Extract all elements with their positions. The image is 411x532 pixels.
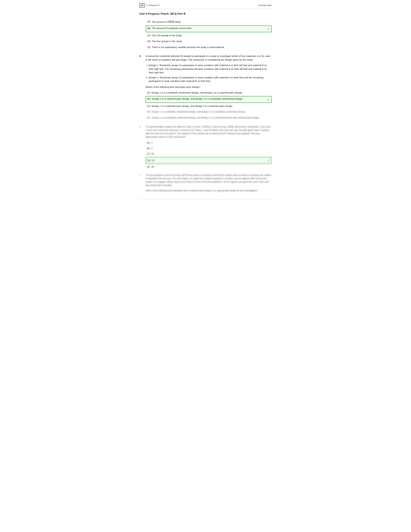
page: AP ① CollegeBoard Scoring Guide Unit 3 P… — [133, 0, 278, 211]
question7-content: The two guidances and the process MPB ha… — [146, 173, 271, 193]
choice-text-4B: The amount of computer screen time — [152, 27, 266, 30]
choice-text-5C: Design 1 is a matched pairs design, and … — [151, 104, 270, 108]
page-header: AP ① CollegeBoard Scoring Guide — [140, 3, 271, 9]
choice-letter-4E: (E) — [147, 46, 152, 49]
choice-4E[interactable]: (E) There is no explanatory variable bec… — [146, 45, 271, 50]
choice-letter-6D: (D) — [147, 159, 152, 162]
correct-checkmark-6D: ✓ — [266, 158, 270, 163]
choice-text-6D: 10 — [152, 159, 266, 162]
scoring-guide-label: Scoring Guide — [258, 4, 271, 7]
question5-number: 5. — [140, 54, 144, 121]
question6-content: To experimentally compare the effects of… — [146, 125, 271, 170]
choice-5D[interactable]: (D) Design 1 is a completely randomized … — [146, 109, 271, 114]
choice-text-5B: Design 1 is a matched pairs design, and … — [152, 97, 266, 101]
choice-text-5A: Design 1 is a completely randomized desi… — [151, 91, 270, 95]
choice-text-4A: The amount of REM sleep — [152, 20, 270, 24]
question6-number: 6. — [140, 125, 144, 169]
design-2: Design 2: Randomly assign 15 participant… — [149, 76, 271, 83]
choice-text-6E: 40 — [151, 165, 270, 169]
question6-choices: (A) 1 (B) 1 (C) 20 (D) 10 ✓ — [146, 140, 271, 169]
ap-label: AP — [140, 3, 145, 7]
choice-5A[interactable]: (A) Design 1 is a completely randomized … — [146, 90, 271, 95]
choice-letter-6C: (C) — [147, 152, 151, 156]
cb-logo: ① CollegeBoard — [146, 4, 159, 7]
choice-5B[interactable]: (B) Design 1 is a matched pairs design, … — [146, 96, 271, 103]
choice-6D[interactable]: (D) 10 ✓ — [146, 157, 271, 164]
choice-text-4C: The 100 people in the study — [152, 34, 270, 38]
choice-letter-5C: (C) — [147, 104, 151, 108]
choice-text-6C: 20 — [151, 152, 270, 156]
question7-which-of: Which of the following best describes wh… — [146, 189, 271, 192]
correct-checkmark-5B: ✓ — [266, 97, 270, 102]
choice-letter-4D: (D) — [147, 39, 152, 43]
choice-letter-4B: (B) — [148, 27, 152, 30]
question6-row: 6. To experimentally compare the effects… — [140, 125, 271, 170]
choice-6E[interactable]: (E) 40 — [146, 164, 271, 170]
choice-letter-6E: (E) — [147, 165, 151, 169]
choice-text-6A: 1 — [151, 141, 270, 145]
choice-5E[interactable]: (E) Design 1 is a completely randomized … — [146, 115, 271, 120]
choice-letter-6A: (A) — [147, 141, 151, 145]
choice-text-4D: The four groups in the study — [152, 39, 270, 43]
question5-block: 5. A researcher randomly selected 30 peo… — [140, 54, 271, 121]
choice-letter-4A: (A) — [147, 20, 152, 24]
which-of-label: Which of the following best describes ea… — [146, 85, 271, 89]
question4-choices: (A) The amount of REM sleep (B) The amou… — [146, 19, 271, 50]
choice-letter-4C: (C) — [147, 34, 152, 38]
choice-text-5E: Design 1 is a completely randomized desi… — [151, 116, 270, 119]
question7-prompt: The two guidances and the process MPB ha… — [146, 173, 271, 187]
question6-prompt: To experimentally compare the effects of… — [146, 125, 271, 139]
design-1: Design 1: Randomly assign 15 participant… — [149, 64, 271, 75]
choice-letter-5E: (E) — [147, 116, 151, 119]
ap-logo: AP ① CollegeBoard — [140, 3, 159, 7]
question7-block: 7. The two guidances and the process MPB… — [140, 173, 271, 193]
rem-text: REM — [168, 20, 174, 23]
page-title: Unit 3 Progress Check: MCQ Part B — [140, 12, 271, 16]
choice-text-5D: Design 1 is a completely randomized desi… — [151, 110, 270, 114]
question5-choices: (A) Design 1 is a completely randomized … — [146, 90, 271, 120]
choice-6B[interactable]: (B) 1 — [146, 146, 271, 151]
choice-6C[interactable]: (C) 20 — [146, 151, 271, 156]
choice-4A[interactable]: (A) The amount of REM sleep — [146, 19, 271, 25]
correct-checkmark-4B: ✓ — [266, 27, 270, 31]
choice-letter-5D: (D) — [147, 110, 151, 114]
choice-letter-6B: (B) — [147, 147, 151, 150]
question7-row: 7. The two guidances and the process MPB… — [140, 173, 271, 193]
question5-content: A researcher randomly selected 30 people… — [146, 54, 271, 121]
design-list: Design 1: Randomly assign 15 participant… — [149, 64, 271, 83]
question5-prompt: A researcher randomly selected 30 people… — [146, 54, 271, 62]
page-footer — [140, 200, 271, 201]
choice-text-6B: 1 — [151, 147, 270, 150]
choice-letter-5B: (B) — [147, 97, 152, 101]
question6-block: 6. To experimentally compare the effects… — [140, 125, 271, 170]
question4-block: (A) The amount of REM sleep (B) The amou… — [140, 19, 271, 50]
choice-letter-5A: (A) — [147, 91, 151, 95]
choice-5C[interactable]: (C) Design 1 is a matched pairs design, … — [146, 104, 271, 109]
choice-6A[interactable]: (A) 1 — [146, 140, 271, 145]
choice-text-4E: There is no explanatory variable because… — [152, 46, 270, 49]
question7-number: 7. — [140, 173, 144, 192]
choice-4B[interactable]: (B) The amount of computer screen time ✓ — [146, 26, 271, 32]
choice-4C[interactable]: (C) The 100 people in the study — [146, 33, 271, 38]
choice-4D[interactable]: (D) The four groups in the study — [146, 39, 271, 44]
